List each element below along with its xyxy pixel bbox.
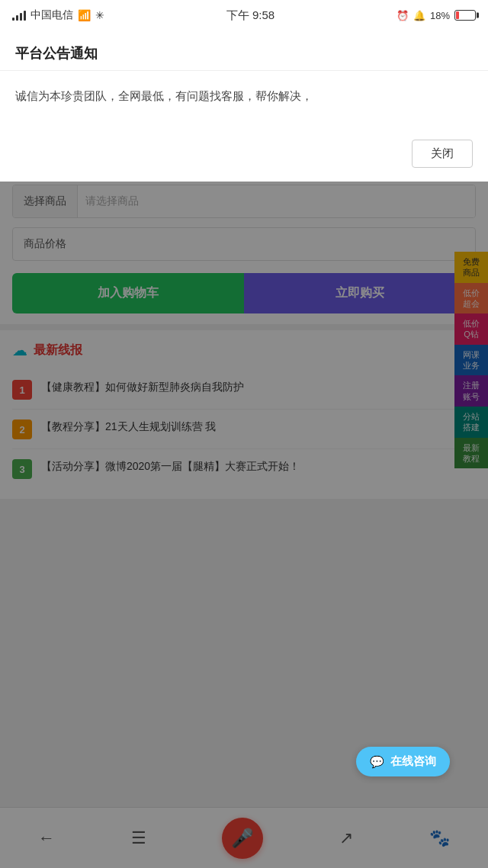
modal-title: 平台公告通知 (0, 31, 488, 71)
modal-body: 诚信为本珍贵团队，全网最低，有问题找客服，帮你解决， (0, 71, 488, 132)
alarm2-icon: 🔔 (413, 10, 425, 21)
modal-box: 平台公告通知 诚信为本珍贵团队，全网最低，有问题找客服，帮你解决， 关闭 (0, 31, 488, 182)
carrier-label: 中国电信 (30, 8, 73, 22)
modal-overlay: 平台公告通知 诚信为本珍贵团队，全网最低，有问题找客服，帮你解决， 关闭 (0, 31, 488, 868)
chat-icon: 💬 (370, 755, 384, 769)
signal-extra-icon: ✳ (95, 9, 104, 21)
battery-percent: 18% (430, 10, 450, 21)
status-bar: 中国电信 📶 ✳ 下午 9:58 ⏰ 🔔 18% (0, 0, 488, 31)
modal-footer: 关闭 (0, 132, 488, 182)
modal-close-button[interactable]: 关闭 (412, 140, 473, 168)
wifi-icon: 📶 (78, 9, 91, 21)
status-left: 中国电信 📶 ✳ (12, 8, 104, 22)
online-consult-button[interactable]: 💬 在线咨询 (356, 747, 450, 776)
status-time: 下午 9:58 (226, 8, 274, 23)
battery-icon (454, 10, 476, 21)
signal-icon (12, 10, 26, 21)
status-right: ⏰ 🔔 18% (396, 10, 476, 21)
alarm-icon: ⏰ (396, 10, 409, 21)
online-consult-label: 在线咨询 (390, 754, 436, 769)
